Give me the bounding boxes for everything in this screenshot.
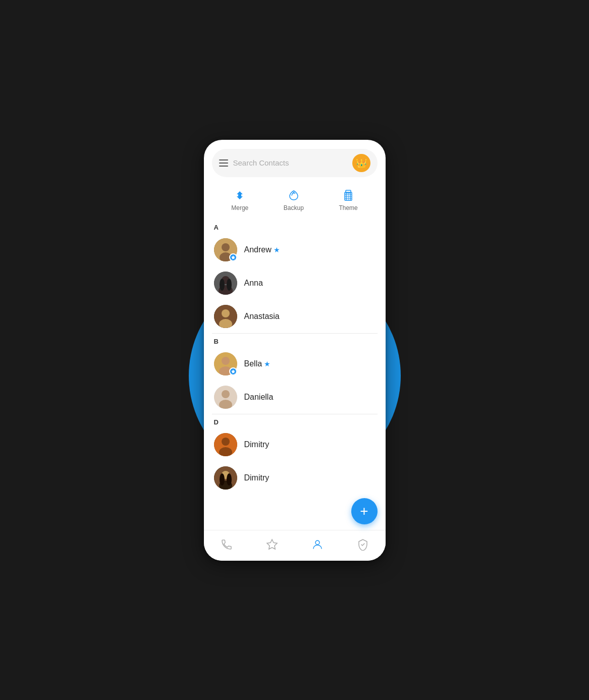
svg-point-32 [227,473,232,486]
contact-item-daniella[interactable]: Daniella [204,381,386,414]
search-bar-wrapper: Search Contacts 👑 [204,149,386,184]
svg-point-15 [227,279,232,291]
svg-point-26 [222,438,230,446]
avatar-face-dimitry1 [214,433,237,456]
phone-icon [221,539,233,551]
svg-point-20 [222,357,230,365]
avatar-wrap-andrew [214,238,237,261]
add-contact-fab[interactable]: + [351,498,378,524]
contact-name-anna: Anna [244,279,376,288]
star-icon-andrew: ★ [274,246,280,254]
contact-item-dimitry1[interactable]: Dimitry [204,428,386,461]
avatar-daniella [214,386,237,409]
avatar-anastasia [214,305,237,328]
avatar-wrap-anastasia [214,305,237,328]
merge-button[interactable]: Merge [231,188,248,211]
bottom-nav [204,530,386,561]
svg-point-17 [222,309,230,317]
contact-list: A [204,220,386,495]
badge-icon-andrew [231,255,236,260]
backup-label: Backup [284,204,304,211]
shield-icon [357,539,369,551]
person-icon [311,539,324,551]
avatar-wrap-anna [214,272,237,295]
avatar-badge-bella [229,367,237,375]
svg-point-33 [315,541,319,545]
action-row: Merge Backup [204,184,386,220]
star-nav-icon [266,539,278,551]
section-header-a: A [204,220,386,233]
theme-icon [341,188,355,202]
contact-name-row-bella: Bella ★ [244,359,271,368]
avatar-wrap-dimitry1 [214,433,237,456]
contact-item-bella[interactable]: Bella ★ [204,347,386,381]
contact-item-anastasia[interactable]: Anastasia [204,300,386,333]
avatar-face-anastasia [214,305,237,328]
contact-name-andrew: Andrew [244,245,272,254]
menu-icon[interactable] [219,159,228,167]
contact-name-daniella: Daniella [244,393,376,402]
phone-frame: Search Contacts 👑 Merge [204,140,386,561]
nav-security[interactable] [351,536,375,553]
contact-name-anastasia: Anastasia [244,312,376,321]
svg-point-23 [222,390,230,398]
contact-name-dimitry2: Dimitry [244,473,376,482]
avatar-dimitry2 [214,466,237,490]
svg-point-9 [222,243,230,251]
contact-name-row-andrew: Andrew ★ [244,245,280,254]
star-icon-bella: ★ [264,360,271,368]
contact-item-dimitry2[interactable]: Dimitry [204,461,386,495]
theme-label: Theme [339,204,357,211]
contact-item-andrew[interactable]: Andrew ★ [204,233,386,266]
phone-content: Search Contacts 👑 Merge [204,140,386,561]
backup-icon [287,188,301,202]
fab-icon: + [360,503,368,519]
avatar-face-daniella [214,386,237,409]
badge-icon-bella [231,369,236,374]
avatar-face-anna [214,272,237,295]
search-input[interactable]: Search Contacts [233,158,347,167]
avatar-wrap-dimitry2 [214,466,237,490]
avatar-wrap-bella [214,352,237,375]
svg-point-31 [220,473,225,486]
nav-calls[interactable] [215,536,239,553]
svg-point-14 [220,279,225,291]
merge-label: Merge [231,204,248,211]
svg-rect-7 [346,190,351,193]
crown-button[interactable]: 👑 [352,154,370,172]
nav-contacts[interactable] [305,536,330,553]
outer-wrapper: Search Contacts 👑 Merge [164,174,426,527]
avatar-dimitry1 [214,433,237,456]
section-header-d: D [204,414,386,428]
avatar-face-dimitry2 [214,466,237,490]
contact-name-bella: Bella [244,359,262,368]
merge-icon [233,188,247,202]
avatar-anna [214,272,237,295]
contact-item-anna[interactable]: Anna [204,266,386,300]
search-bar[interactable]: Search Contacts 👑 [212,149,378,177]
section-header-b: B [204,334,386,347]
nav-favorites[interactable] [260,536,284,553]
avatar-wrap-daniella [214,386,237,409]
avatar-badge-andrew [229,253,237,261]
contact-name-dimitry1: Dimitry [244,440,376,449]
backup-button[interactable]: Backup [284,188,304,211]
theme-button[interactable]: Theme [339,188,357,211]
